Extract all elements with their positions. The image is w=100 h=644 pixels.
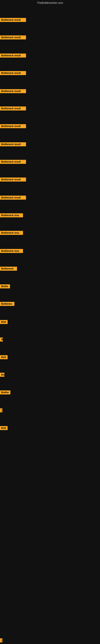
bottleneck-badge-5: Bottleneck result — [0, 89, 26, 93]
bottleneck-badge-12: Bottleneck resu — [0, 213, 23, 217]
bottleneck-badge-18: Bott — [0, 320, 8, 324]
bottleneck-badge-23: | — [0, 408, 2, 412]
site-title: TheBottlenecker.com — [0, 0, 100, 6]
bottleneck-badge-22: Bottler — [0, 390, 10, 394]
bottleneck-badge-25: | — [0, 638, 2, 642]
bottleneck-badge-1: Bottleneck result — [0, 18, 26, 22]
bottleneck-badge-15: Bottleneck — [0, 267, 17, 271]
bottleneck-badge-21: Bo — [0, 373, 4, 377]
bottleneck-badge-14: Bottleneck resu — [0, 249, 23, 253]
bottleneck-badge-13: Bottleneck resu — [0, 231, 23, 235]
bottleneck-badge-17: Bottlenec — [0, 302, 14, 306]
bottleneck-badge-20: Bott — [0, 355, 8, 359]
bottleneck-badge-2: Bottleneck result — [0, 36, 26, 40]
bottleneck-badge-16: Bottle — [0, 284, 10, 288]
bottleneck-badge-7: Bottleneck result — [0, 124, 26, 128]
bottleneck-badge-24: Bott — [0, 426, 8, 430]
bottleneck-badge-3: Bottleneck result — [0, 54, 26, 58]
bottleneck-badge-11: Bottleneck result — [0, 196, 26, 200]
bottleneck-badge-4: Bottleneck result — [0, 71, 26, 75]
bottleneck-badge-19: B — [0, 338, 3, 342]
bottleneck-badge-6: Bottleneck result — [0, 106, 26, 110]
bottleneck-badge-10: Bottleneck result — [0, 178, 26, 182]
bottleneck-badge-8: Bottleneck result — [0, 142, 26, 146]
bottleneck-badge-9: Bottleneck result — [0, 160, 26, 164]
